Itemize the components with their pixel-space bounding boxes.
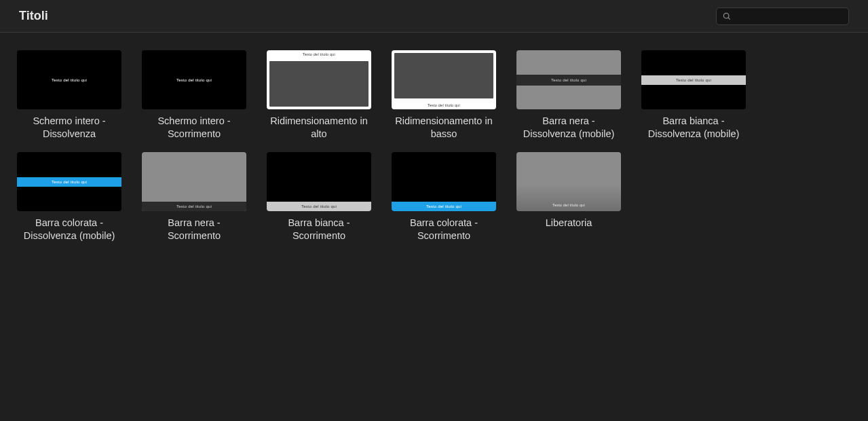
thumbnail-text: Testo del titolo qui	[301, 204, 337, 208]
title-tile[interactable]: Testo del titolo qui Schermo intero - Di…	[16, 50, 122, 140]
search-icon	[722, 12, 732, 21]
thumbnail-bar: Testo del titolo qui	[17, 177, 121, 187]
title-label: Barra colorata - Dissolvenza (mobile)	[16, 217, 122, 242]
title-tile[interactable]: Testo del titolo qui Schermo intero - Sc…	[141, 50, 247, 140]
thumbnail-text: Testo del titolo qui	[142, 78, 246, 82]
title-label: Schermo intero - Dissolvenza	[16, 115, 122, 140]
title-tile[interactable]: Testo del titolo qui Barra nera - Dissol…	[516, 50, 622, 140]
thumbnail-bar: Testo del titolo qui	[641, 75, 746, 85]
thumbnail-text: Testo del titolo qui	[516, 203, 621, 207]
title-label: Barra nera - Scorrimento	[141, 217, 247, 242]
header-bar: Titoli	[0, 0, 868, 33]
title-thumbnail: Testo del titolo qui	[267, 152, 371, 211]
thumbnail-inner	[394, 53, 493, 98]
title-tile[interactable]: Testo del titolo qui Barra bianca - Diss…	[641, 50, 747, 140]
title-thumbnail: Testo del titolo qui	[142, 50, 246, 109]
title-tile[interactable]: Testo del titolo qui Liberatoria	[516, 152, 622, 242]
thumbnail-bar: Testo del titolo qui	[142, 202, 246, 211]
title-tile[interactable]: Testo del titolo qui Ridimensionamento i…	[391, 50, 497, 140]
title-tile[interactable]: Testo del titolo qui Barra colorata - Di…	[16, 152, 122, 242]
thumbnail-text: Testo del titolo qui	[676, 78, 711, 82]
search-input[interactable]	[736, 8, 850, 24]
title-thumbnail: Testo del titolo qui	[267, 50, 371, 109]
title-tile[interactable]: Testo del titolo qui Barra nera - Scorri…	[141, 152, 247, 242]
title-thumbnail: Testo del titolo qui	[392, 152, 496, 211]
title-label: Ridimensionamento in alto	[266, 115, 372, 140]
titles-grid: Testo del titolo qui Schermo intero - Di…	[0, 33, 868, 259]
title-label: Schermo intero - Scorrimento	[141, 115, 247, 140]
title-tile[interactable]: Testo del titolo qui Barra colorata - Sc…	[391, 152, 497, 242]
thumbnail-text: Testo del titolo qui	[426, 204, 461, 208]
svg-line-1	[728, 17, 730, 19]
thumbnail-text: Testo del titolo qui	[551, 78, 586, 82]
thumbnail-text: Testo del titolo qui	[392, 103, 496, 107]
title-label: Barra nera - Dissolvenza (mobile)	[516, 115, 622, 140]
thumbnail-text: Testo del titolo qui	[52, 180, 87, 184]
search-field[interactable]	[716, 7, 849, 25]
thumbnail-bar: Testo del titolo qui	[516, 75, 621, 86]
title-thumbnail: Testo del titolo qui	[516, 152, 621, 211]
title-thumbnail: Testo del titolo qui	[142, 152, 246, 211]
title-tile[interactable]: Testo del titolo qui Barra bianca - Scor…	[266, 152, 372, 242]
thumbnail-text: Testo del titolo qui	[176, 204, 212, 208]
page-title: Titoli	[19, 9, 48, 23]
title-label: Barra colorata - Scorrimento	[391, 217, 497, 242]
title-label: Barra bianca - Scorrimento	[266, 217, 372, 242]
title-label: Ridimensionamento in basso	[391, 115, 497, 140]
title-tile[interactable]: Testo del titolo qui Ridimensionamento i…	[266, 50, 372, 140]
title-label: Barra bianca - Dissolvenza (mobile)	[641, 115, 747, 140]
svg-point-0	[723, 13, 729, 18]
title-thumbnail: Testo del titolo qui	[392, 50, 496, 109]
thumbnail-text: Testo del titolo qui	[267, 52, 371, 56]
title-thumbnail: Testo del titolo qui	[516, 50, 621, 109]
title-label: Liberatoria	[546, 217, 592, 230]
thumbnail-inner	[269, 61, 369, 107]
title-thumbnail: Testo del titolo qui	[17, 152, 121, 211]
title-thumbnail: Testo del titolo qui	[641, 50, 746, 109]
thumbnail-bar: Testo del titolo qui	[392, 202, 496, 211]
title-thumbnail: Testo del titolo qui	[17, 50, 121, 109]
thumbnail-text: Testo del titolo qui	[17, 78, 121, 82]
thumbnail-bar: Testo del titolo qui	[267, 202, 371, 211]
